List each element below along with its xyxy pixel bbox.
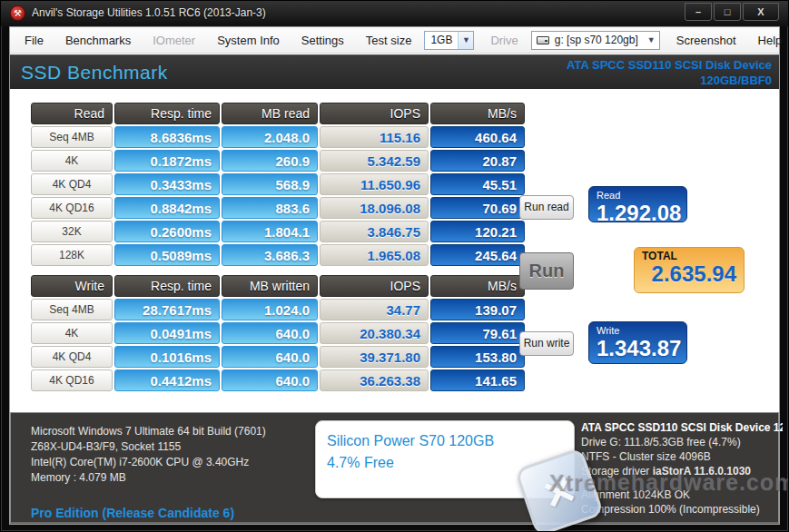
result-cell: 79.61 — [430, 322, 525, 344]
result-cell: 2.048.0 — [222, 126, 318, 148]
row-label: 4K QD4 — [31, 346, 113, 368]
result-cell: 28.7617ms — [114, 299, 220, 320]
result-cell: 0.2600ms — [114, 221, 220, 242]
result-cell: 34.77 — [320, 299, 429, 320]
drive-value: g: [sp s70 120gb] — [549, 34, 644, 46]
result-cell: 0.1872ms — [114, 150, 220, 172]
row-label: Seq 4MB — [31, 126, 113, 148]
result-cell: 640.0 — [222, 346, 318, 368]
column-header: MB/s — [430, 275, 525, 297]
benchmark-content: ReadResp. timeMB readIOPSMB/sSeq 4MB8.68… — [10, 89, 779, 438]
result-cell: 20.87 — [430, 150, 525, 172]
row-label: 128K — [31, 244, 113, 266]
result-cell: 1.965.08 — [320, 244, 429, 266]
result-cell: 0.1016ms — [114, 346, 220, 368]
result-cell: 18.096.08 — [320, 197, 429, 219]
menu-iometer: IOmeter — [143, 30, 204, 51]
row-label: 4K QD4 — [31, 173, 113, 195]
watermark-text: Xtremehardware.com — [548, 469, 789, 496]
menu-help[interactable]: Help — [749, 30, 789, 51]
total-score-box: TOTAL 2.635.94 — [634, 247, 745, 293]
close-button[interactable]: X — [743, 3, 779, 21]
board-line: Z68X-UD4-B3/F9, Socket 1155 — [31, 439, 266, 455]
result-cell: 20.380.34 — [320, 322, 429, 344]
result-cell: 11.650.96 — [320, 173, 429, 195]
chevron-down-icon[interactable]: ▼ — [458, 32, 473, 49]
result-cell: 5.342.59 — [320, 150, 429, 172]
benchmark-banner: SSD Benchmark ATA SPCC SSD110 SCSI Disk … — [10, 54, 779, 89]
page-title: SSD Benchmark — [21, 62, 168, 84]
cpu-line: Intel(R) Core(TM) i7-2600K CPU @ 3.40GHz — [31, 455, 266, 470]
result-cell: 460.64 — [430, 126, 525, 148]
result-cell: 8.6836ms — [114, 126, 220, 148]
result-cell: 120.21 — [430, 221, 525, 242]
result-cell: 1.804.1 — [222, 221, 318, 242]
column-header: Resp. time — [114, 275, 220, 297]
test-size-label: Test size — [357, 30, 421, 51]
result-cell: 70.69 — [430, 197, 525, 219]
title-bar: ⚒ Anvil's Storage Utilities 1.0.51 RC6 (… — [1, 1, 788, 26]
app-icon: ⚒ — [10, 5, 25, 21]
result-cell: 0.0491ms — [114, 322, 220, 344]
drive-detail-title: ATA SPCC SSD110 SCSI Disk Device 120 — [581, 420, 783, 435]
write-results-table: WriteResp. timeMB writtenIOPSMB/sSeq 4MB… — [31, 275, 525, 391]
result-cell: 0.4412ms — [114, 369, 220, 391]
menu-benchmarks[interactable]: Benchmarks — [56, 30, 140, 51]
test-size-value: 1GB — [425, 34, 458, 46]
drive-icon — [537, 36, 549, 44]
filesystem-line: NTFS - Cluster size 4096B — [581, 449, 783, 464]
result-cell: 39.371.80 — [320, 346, 429, 368]
result-cell: 36.263.38 — [320, 369, 429, 391]
result-cell: 153.80 — [430, 346, 525, 368]
menu-settings[interactable]: Settings — [292, 30, 353, 51]
menu-file[interactable]: File — [15, 30, 53, 51]
column-header: Write — [31, 275, 113, 297]
menu-screenshot[interactable]: Screenshot — [667, 30, 745, 51]
column-header: MB read — [222, 103, 318, 124]
column-header: IOPS — [320, 275, 429, 297]
drive-capacity-line: Drive G: 111.8/5.3GB free (4.7%) — [581, 435, 783, 449]
result-cell: 0.3433ms — [114, 173, 220, 195]
result-cell: 0.5089ms — [114, 244, 220, 266]
row-label: 4K — [31, 322, 113, 344]
read-score-box: Read 1.292.08 — [588, 186, 687, 222]
result-cell: 260.9 — [222, 150, 318, 172]
row-label: 32K — [31, 221, 113, 242]
result-cell: 115.16 — [320, 126, 429, 148]
write-score-box: Write 1.343.87 — [588, 321, 687, 364]
column-header: Resp. time — [114, 103, 220, 124]
run-write-button[interactable]: Run write — [519, 331, 574, 356]
menu-system-info[interactable]: System Info — [208, 30, 289, 51]
client-area: File Benchmarks IOmeter System Info Sett… — [9, 26, 780, 525]
drive-name: Silicon Power S70 120GB — [327, 430, 563, 452]
compression-line: Compression 100% (Incompressible) — [581, 502, 783, 517]
device-name: ATA SPCC SSD110 SCSI Disk Device 120GB/B… — [567, 57, 772, 88]
memory-line: Memory : 4.079 MB — [31, 470, 266, 486]
result-cell: 139.07 — [430, 299, 525, 320]
result-cell: 883.6 — [222, 197, 318, 219]
maximize-button[interactable]: □ — [714, 3, 741, 21]
minimize-button[interactable]: – — [685, 3, 712, 21]
total-score-value: 2.635.94 — [642, 262, 736, 286]
run-button[interactable]: Run — [519, 252, 574, 290]
drive-select[interactable]: g: [sp s70 120gb] ▼ — [531, 31, 660, 50]
read-score-value: 1.292.08 — [597, 202, 679, 225]
edition-label: Pro Edition (Release Candidate 6) — [31, 506, 234, 520]
row-label: 4K — [31, 150, 113, 172]
window-title: Anvil's Storage Utilities 1.0.51 RC6 (20… — [32, 6, 266, 19]
result-cell: 640.0 — [222, 369, 318, 391]
system-info: Microsoft Windows 7 Ultimate 64 bit Buil… — [31, 424, 266, 486]
column-header: MB/s — [430, 103, 525, 124]
row-label: 4K QD16 — [31, 197, 113, 219]
column-header: MB written — [222, 275, 318, 297]
result-cell: 568.9 — [222, 173, 318, 195]
row-label: 4K QD16 — [31, 369, 113, 391]
read-results-table: ReadResp. timeMB readIOPSMB/sSeq 4MB8.68… — [31, 103, 525, 266]
result-cell: 640.0 — [222, 322, 318, 344]
result-cell: 3.846.75 — [320, 221, 429, 242]
chevron-down-icon[interactable]: ▼ — [644, 32, 659, 49]
run-read-button[interactable]: Run read — [519, 195, 574, 220]
system-info-panel: Microsoft Windows 7 Ultimate 64 bit Buil… — [10, 412, 779, 524]
test-size-select[interactable]: 1GB ▼ — [424, 31, 474, 50]
drive-label: Drive — [481, 30, 527, 51]
